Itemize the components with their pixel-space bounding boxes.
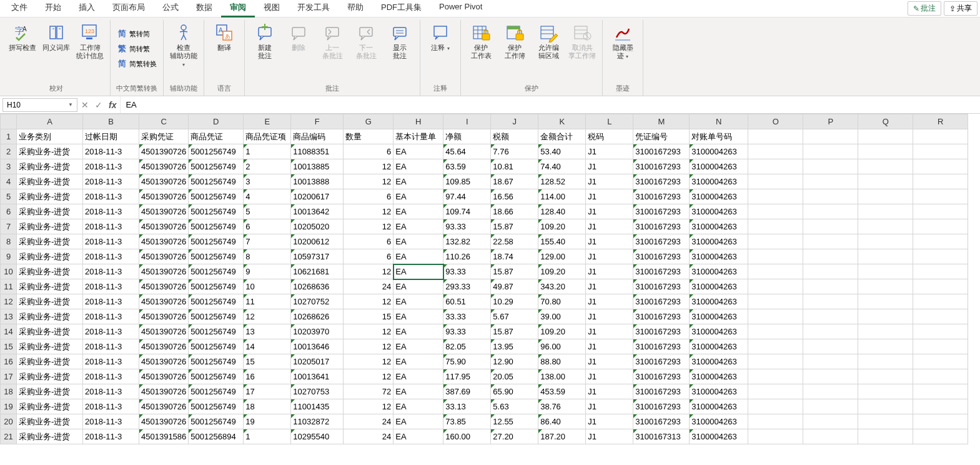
cell[interactable]: 3100004263 <box>690 414 748 429</box>
cell[interactable]: 9 <box>244 264 291 279</box>
cell[interactable] <box>803 369 858 384</box>
cell[interactable] <box>748 414 803 429</box>
cell[interactable] <box>858 144 913 159</box>
header-cell[interactable]: 基本计量单 <box>393 129 443 144</box>
cell[interactable]: 2018-11-3 <box>83 249 139 264</box>
cell[interactable]: 2018-11-3 <box>83 294 139 309</box>
cell[interactable]: 3100167293 <box>633 189 690 204</box>
cell[interactable]: 3100004263 <box>690 429 748 444</box>
cell[interactable] <box>858 399 913 414</box>
cell[interactable]: 3100167293 <box>633 339 690 354</box>
column-header-B[interactable]: B <box>83 114 139 129</box>
column-header-I[interactable]: I <box>443 114 491 129</box>
column-header-Q[interactable]: Q <box>858 114 913 129</box>
cell[interactable]: 45.64 <box>443 144 491 159</box>
cell[interactable]: 10268636 <box>291 279 344 294</box>
cell[interactable] <box>803 204 858 219</box>
cell[interactable] <box>913 369 968 384</box>
cell[interactable]: 19 <box>244 414 291 429</box>
cell[interactable]: 采购业务-进货 <box>17 294 83 309</box>
cell[interactable]: 3100004263 <box>690 174 748 189</box>
cell[interactable]: 5001256749 <box>189 354 244 369</box>
cell[interactable]: 采购业务-进货 <box>17 399 83 414</box>
row-header[interactable]: 4 <box>1 174 17 189</box>
column-header-C[interactable]: C <box>139 114 189 129</box>
cell[interactable]: 10203970 <box>291 324 344 339</box>
header-cell[interactable]: 税额 <box>491 129 538 144</box>
header-cell[interactable]: 业务类别 <box>17 129 83 144</box>
cell[interactable]: 97.44 <box>443 189 491 204</box>
cell[interactable]: 4501390726 <box>139 189 189 204</box>
cell[interactable]: 128.52 <box>538 174 586 189</box>
header-cell[interactable] <box>748 129 803 144</box>
cell[interactable]: J1 <box>586 159 633 174</box>
row-header[interactable]: 12 <box>1 294 17 309</box>
comment-button[interactable]: ✎ 批注 <box>908 1 941 16</box>
cell[interactable]: 3100004263 <box>690 354 748 369</box>
insert-function-button[interactable]: fx <box>109 100 116 110</box>
cell[interactable]: 3100004263 <box>690 384 748 399</box>
header-cell[interactable] <box>858 129 913 144</box>
cell[interactable]: 采购业务-进货 <box>17 219 83 234</box>
cell[interactable]: 2018-11-3 <box>83 159 139 174</box>
cell[interactable]: 3100004263 <box>690 159 748 174</box>
cancel-formula-button[interactable]: ✕ <box>81 100 89 110</box>
cell[interactable]: EA <box>393 399 443 414</box>
cell[interactable] <box>913 144 968 159</box>
cell[interactable] <box>748 429 803 444</box>
protect-sheet-button[interactable]: 保护工作表 <box>465 20 497 78</box>
trad-to-simp-button[interactable]: 简繁转简 <box>114 26 159 41</box>
cell[interactable] <box>803 159 858 174</box>
cell[interactable]: 5001256749 <box>189 144 244 159</box>
cell[interactable]: 2018-11-3 <box>83 264 139 279</box>
cell[interactable]: 6 <box>344 234 393 249</box>
cell[interactable] <box>913 354 968 369</box>
cell[interactable] <box>858 264 913 279</box>
column-header-P[interactable]: P <box>803 114 858 129</box>
cell[interactable] <box>913 279 968 294</box>
cell[interactable]: 4501390726 <box>139 354 189 369</box>
cell[interactable] <box>748 399 803 414</box>
cell[interactable] <box>858 324 913 339</box>
cell[interactable] <box>913 414 968 429</box>
cell[interactable]: 4501390726 <box>139 294 189 309</box>
cell[interactable]: 3100004263 <box>690 309 748 324</box>
cell[interactable]: 5001256749 <box>189 159 244 174</box>
cell[interactable]: 4501390726 <box>139 144 189 159</box>
column-header-H[interactable]: H <box>393 114 443 129</box>
cell[interactable]: EA <box>393 339 443 354</box>
cell[interactable] <box>748 339 803 354</box>
cell[interactable]: 293.33 <box>443 279 491 294</box>
cell[interactable]: EA <box>393 294 443 309</box>
cell[interactable]: 109.20 <box>538 219 586 234</box>
cell[interactable]: 18.66 <box>491 204 538 219</box>
cell[interactable]: 2018-11-3 <box>83 324 139 339</box>
cell[interactable]: 3100167293 <box>633 399 690 414</box>
cell[interactable] <box>803 294 858 309</box>
cell[interactable]: EA <box>393 159 443 174</box>
header-cell[interactable]: 数量 <box>344 129 393 144</box>
cell[interactable]: 3100004263 <box>690 279 748 294</box>
cell[interactable]: 18.74 <box>491 249 538 264</box>
cell[interactable] <box>803 264 858 279</box>
cell[interactable] <box>748 384 803 399</box>
row-header[interactable]: 10 <box>1 264 17 279</box>
cell[interactable]: 2018-11-3 <box>83 279 139 294</box>
row-header[interactable]: 5 <box>1 189 17 204</box>
cell[interactable]: J1 <box>586 429 633 444</box>
cell[interactable]: 5001256749 <box>189 174 244 189</box>
cell[interactable]: 39.00 <box>538 309 586 324</box>
cell[interactable]: 5001256749 <box>189 324 244 339</box>
cell[interactable]: 10013888 <box>291 174 344 189</box>
cell[interactable]: 86.40 <box>538 414 586 429</box>
cell[interactable]: 3100167293 <box>633 264 690 279</box>
cell[interactable]: 109.20 <box>538 324 586 339</box>
row-header[interactable]: 14 <box>1 324 17 339</box>
cell[interactable]: J1 <box>586 144 633 159</box>
cell[interactable]: 6 <box>244 219 291 234</box>
row-header[interactable]: 6 <box>1 204 17 219</box>
cell[interactable] <box>858 234 913 249</box>
cell[interactable]: 5001256749 <box>189 309 244 324</box>
cell[interactable]: 138.00 <box>538 369 586 384</box>
cell[interactable]: EA <box>393 249 443 264</box>
